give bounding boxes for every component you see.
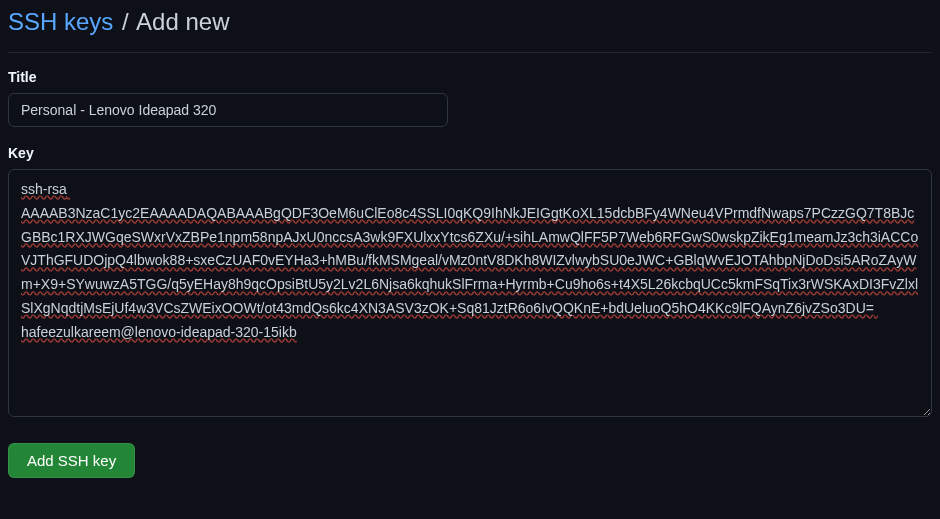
breadcrumb-current: Add new [136,8,229,35]
title-input[interactable] [8,93,448,127]
key-textarea[interactable] [8,169,932,417]
breadcrumb: SSH keys / Add new [8,0,932,53]
add-ssh-key-button[interactable]: Add SSH key [8,443,135,478]
breadcrumb-separator: / [122,8,129,35]
key-label: Key [8,145,932,161]
key-field-group: Key [8,145,932,421]
title-field-group: Title [8,69,932,127]
title-label: Title [8,69,932,85]
breadcrumb-parent-link[interactable]: SSH keys [8,8,113,35]
